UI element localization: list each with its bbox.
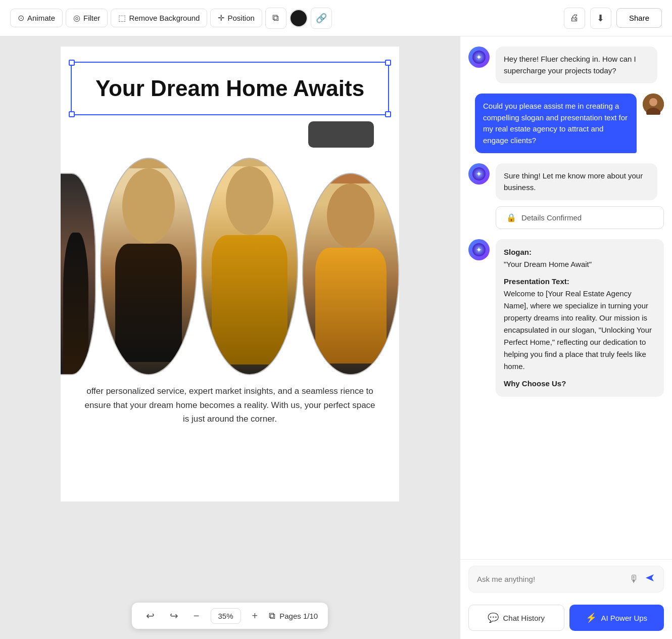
filter-button[interactable]: ◎ Filter (66, 9, 108, 27)
filter-label: Filter (83, 14, 100, 22)
send-icon[interactable] (644, 572, 655, 586)
redo-button[interactable]: ↪ (166, 608, 182, 624)
share-button[interactable]: Share (616, 8, 662, 28)
canvas-content: Your Dream Home Awaits (61, 47, 399, 501)
zoom-out-button[interactable]: − (189, 608, 204, 624)
copy-button[interactable]: ⧉ (265, 8, 286, 29)
canvas-heading: Your Dream Home Awaits (82, 71, 378, 106)
handle-bottom-left[interactable] (69, 111, 75, 117)
chat-panel: ✦ Hey there! Fluer checking in. How can … (460, 36, 672, 639)
bot-avatar-1: ✦ (468, 47, 490, 68)
bot-greeting-text: Hey there! Fluer checking in. How can I … (504, 55, 636, 75)
download-button[interactable]: ⬇ (590, 8, 611, 29)
toolbar-left: ⊙ Animate ◎ Filter ⬚ Remove Background ✛… (10, 8, 332, 29)
link-icon: 🔗 (316, 13, 327, 24)
pages-icon: ⧉ (269, 611, 275, 621)
bot-response-2-row: ✦ Slogan: "Your Dream Home Await" Presen… (468, 239, 664, 397)
chat-bottom-buttons: 💬 Chat History ⚡ AI Power Ups (460, 599, 672, 639)
chat-history-icon: 💬 (488, 612, 499, 623)
handle-bottom-right[interactable] (385, 111, 391, 117)
user-msg-row: Could you please assist me in creating a… (468, 94, 664, 153)
filter-icon: ◎ (73, 13, 80, 23)
chat-history-label: Chat History (503, 614, 545, 622)
ai-power-label: AI Power Ups (601, 614, 647, 622)
copy-icon: ⧉ (272, 13, 279, 23)
svg-text:✦: ✦ (476, 53, 482, 61)
handle-top-right[interactable] (385, 60, 391, 66)
chat-input[interactable] (477, 575, 624, 583)
animate-button[interactable]: ⊙ Animate (10, 9, 63, 27)
presentation-label: Presentation Text: (504, 277, 569, 286)
bot-avatar-2: ✦ (468, 163, 490, 185)
zoom-in-button[interactable]: + (248, 608, 262, 624)
position-label: Position (227, 14, 254, 22)
user-msg-text: Could you please assist me in creating a… (483, 102, 628, 145)
bot-greeting-row: ✦ Hey there! Fluer checking in. How can … (468, 47, 664, 83)
svg-text:✦: ✦ (476, 246, 482, 254)
bot-avatar-3: ✦ (468, 239, 490, 260)
chat-input-area: 🎙 (460, 559, 672, 599)
microphone-icon[interactable]: 🎙 (629, 573, 639, 585)
photo-grid (61, 153, 399, 375)
bottom-bar: ↩ ↪ − 35% + ⧉ Pages 1/10 (132, 603, 328, 629)
toolbar: ⊙ Animate ◎ Filter ⬚ Remove Background ✛… (0, 0, 672, 36)
bot-response-2-bubble: Slogan: "Your Dream Home Await" Presenta… (496, 239, 664, 397)
slogan-label: Slogan: (504, 248, 532, 256)
pages-display: ⧉ Pages 1/10 (269, 611, 318, 621)
chat-messages: ✦ Hey there! Fluer checking in. How can … (460, 36, 672, 559)
user-avatar (643, 94, 664, 115)
share-label: Share (629, 14, 649, 22)
main-area: Your Dream Home Awaits (0, 36, 672, 639)
slogan-text: "Your Dream Home Await" (504, 258, 656, 270)
toolbar-right: 🖨 ⬇ Share (564, 8, 662, 29)
print-button[interactable]: 🖨 (564, 8, 585, 29)
canvas-popup (308, 121, 374, 148)
why-label: Why Choose Us? (504, 379, 566, 388)
print-icon: 🖨 (570, 13, 579, 23)
ai-power-button[interactable]: ⚡ AI Power Ups (569, 605, 664, 631)
remove-bg-button[interactable]: ⬚ Remove Background (111, 9, 207, 27)
animate-icon: ⊙ (18, 13, 24, 23)
svg-text:✦: ✦ (476, 170, 482, 178)
animate-label: Animate (27, 14, 55, 22)
chat-input-row: 🎙 (468, 566, 664, 592)
bot-response-1-row: ✦ Sure thing! Let me know more about you… (468, 163, 664, 200)
handle-top-left[interactable] (69, 60, 75, 66)
position-icon: ✛ (218, 13, 224, 23)
lock-icon: 🔒 (506, 213, 516, 222)
selection-box[interactable]: Your Dream Home Awaits (71, 62, 389, 115)
position-button[interactable]: ✛ Position (210, 9, 262, 27)
ai-power-icon: ⚡ (586, 612, 597, 623)
chat-history-button[interactable]: 💬 Chat History (468, 605, 564, 631)
link-button[interactable]: 🔗 (311, 8, 332, 29)
user-msg-bubble: Could you please assist me in creating a… (475, 94, 637, 153)
undo-button[interactable]: ↩ (142, 608, 159, 624)
details-confirmed-button[interactable]: 🔒 Details Confirmed (496, 206, 664, 229)
pages-label: Pages 1/10 (279, 612, 318, 620)
zoom-level: 35% (211, 608, 241, 624)
canvas-area: Your Dream Home Awaits (0, 36, 460, 639)
bot-response-2-text: Slogan: "Your Dream Home Await" Presenta… (504, 246, 656, 390)
canvas-body-text: offer personalized service, expert marke… (61, 384, 399, 426)
svg-point-4 (649, 98, 657, 106)
remove-bg-icon: ⬚ (118, 13, 126, 23)
color-picker[interactable] (290, 9, 308, 27)
remove-bg-label: Remove Background (129, 14, 200, 22)
body-text-content: offer personalized service, expert marke… (81, 384, 379, 426)
bot-response-1-text: Sure thing! Let me know more about your … (504, 171, 643, 192)
bot-greeting-bubble: Hey there! Fluer checking in. How can I … (496, 47, 657, 83)
download-icon: ⬇ (597, 13, 604, 24)
details-confirmed-label: Details Confirmed (521, 213, 582, 222)
bot-response-1-bubble: Sure thing! Let me know more about your … (496, 163, 657, 200)
presentation-text: Welcome to [Your Real Estate Agency Name… (504, 288, 656, 373)
